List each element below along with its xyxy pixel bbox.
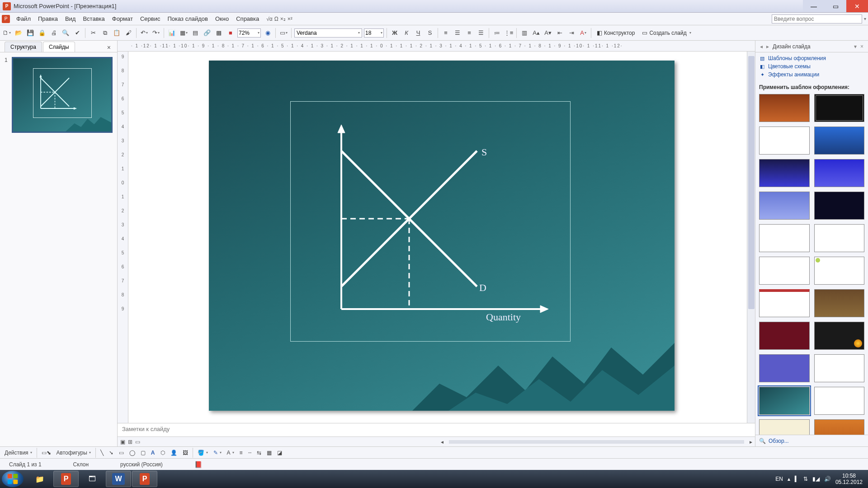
cut-button[interactable]: ✂ — [88, 28, 98, 38]
print-preview-button[interactable]: 🔍 — [61, 28, 71, 38]
tray-language[interactable]: EN — [775, 476, 783, 482]
template-item[interactable] — [759, 224, 810, 252]
tray-volume-icon[interactable]: 🔊 — [824, 476, 831, 482]
arrow-tool[interactable]: ➘ — [107, 449, 115, 457]
menu-format[interactable]: Формат — [108, 14, 137, 23]
insert-hyperlink-button[interactable]: 🔗 — [202, 28, 212, 38]
clipart-tool[interactable]: 👤 — [169, 449, 179, 457]
tray-clock[interactable]: 10:58 05.12.2012 — [835, 473, 863, 485]
permissions-button[interactable]: 🔒 — [37, 28, 47, 38]
menu-help[interactable]: Справка — [232, 14, 263, 23]
wordart-tool[interactable]: A — [149, 449, 157, 457]
help-search-input[interactable] — [772, 14, 862, 23]
normal-view-button[interactable]: ▣ — [120, 439, 125, 445]
insert-table-button[interactable]: ▦ — [179, 28, 189, 38]
diagram-tool[interactable]: ⬡ — [159, 449, 167, 457]
taskbar-powerpoint-2[interactable]: P — [132, 471, 157, 487]
template-item[interactable] — [814, 354, 865, 382]
select-arrow-button[interactable]: ▭⬊ — [40, 449, 53, 457]
template-item[interactable] — [814, 127, 865, 155]
template-item[interactable] — [814, 289, 865, 317]
bold-button[interactable]: Ж — [390, 28, 400, 38]
slide-orientation-button[interactable]: ▭ — [278, 28, 288, 38]
template-item[interactable] — [814, 257, 865, 285]
arrow-style-button[interactable]: ⇆ — [255, 449, 263, 457]
help-dropdown-icon[interactable]: ▾ — [864, 16, 866, 21]
slideshow-view-button[interactable]: ▭ — [135, 439, 140, 445]
tray-flag-icon[interactable]: ▍ — [795, 476, 799, 482]
save-button[interactable]: 💾 — [25, 28, 35, 38]
taskbar-powerpoint[interactable]: P — [53, 471, 79, 487]
start-button[interactable] — [2, 471, 24, 487]
print-button[interactable]: 🖨 — [49, 28, 59, 38]
tray-chevron-icon[interactable]: ▴ — [788, 476, 790, 482]
vertical-scrollbar[interactable] — [747, 52, 755, 423]
menu-window[interactable]: Окно — [212, 14, 232, 23]
new-slide-button[interactable]: ▭Создать слайд▾ — [639, 28, 693, 38]
menu-view[interactable]: Вид — [61, 14, 80, 23]
format-painter-button[interactable]: 🖌 — [123, 28, 133, 38]
sorter-view-button[interactable]: ⊞ — [128, 439, 132, 445]
fill-color-button[interactable]: 🪣 — [196, 449, 210, 457]
menu-slideshow[interactable]: Показ слайдов — [164, 14, 212, 23]
decrease-indent-button[interactable]: ⇤ — [555, 28, 565, 38]
columns-button[interactable]: ▥ — [519, 28, 529, 38]
template-item[interactable] — [814, 224, 865, 252]
underline-button[interactable]: Ч — [413, 28, 423, 38]
3d-style-button[interactable]: ◪ — [275, 449, 284, 457]
template-item[interactable] — [814, 419, 865, 435]
italic-button[interactable]: К — [401, 28, 411, 38]
taskbar-word[interactable]: W — [106, 471, 131, 487]
template-item[interactable] — [759, 159, 810, 187]
template-item[interactable] — [759, 354, 810, 382]
font-color-button[interactable]: A — [578, 28, 588, 38]
shadow-style-button[interactable]: ▦ — [265, 449, 274, 457]
color-button[interactable]: ■ — [226, 28, 236, 38]
insert-chart-button[interactable]: 📊 — [167, 28, 177, 38]
link-design-templates[interactable]: ▧Шаблоны оформления — [759, 55, 864, 61]
designer-button[interactable]: ◧Конструктор — [594, 28, 637, 38]
redo-button[interactable]: ↷ — [151, 28, 161, 38]
menu-file[interactable]: Файл — [13, 14, 34, 23]
template-item[interactable] — [759, 419, 810, 435]
new-button[interactable]: 🗋 — [2, 28, 12, 38]
line-weight-button[interactable]: ≡ — [238, 449, 245, 457]
help-button[interactable]: ◉ — [263, 28, 273, 38]
template-item-selected[interactable] — [759, 387, 810, 415]
zoom-combo[interactable]: 72%▾ — [237, 28, 261, 38]
align-right-button[interactable]: ≡ — [464, 28, 474, 38]
tray-wifi-icon[interactable]: ▮◢ — [812, 476, 820, 482]
font-color-button-draw[interactable]: A — [225, 449, 236, 457]
notes-area[interactable]: Заметки к слайду — [118, 423, 755, 436]
template-item[interactable] — [759, 322, 810, 350]
xsub-icon[interactable]: ×₂ — [280, 16, 286, 22]
link-animation-effects[interactable]: ✦Эффекты анимации — [759, 71, 864, 78]
actions-menu[interactable]: Действия — [3, 449, 34, 457]
template-item[interactable] — [814, 322, 865, 350]
minimize-button[interactable]: — — [803, 0, 825, 12]
pane-close-button[interactable]: × — [104, 43, 113, 52]
menu-tools[interactable]: Сервис — [137, 14, 164, 23]
menu-insert[interactable]: Вставка — [79, 14, 108, 23]
show-grid-button[interactable]: ▩ — [214, 28, 224, 38]
tab-slides[interactable]: Слайды — [43, 42, 75, 52]
copy-button[interactable]: ⧉ — [100, 28, 110, 38]
template-item[interactable] — [759, 127, 810, 155]
oval-tool[interactable]: ◯ — [127, 449, 137, 457]
dash-style-button[interactable]: ┄ — [246, 449, 253, 457]
autoshapes-menu[interactable]: Автофигуры — [55, 449, 93, 457]
template-gallery[interactable] — [755, 92, 868, 435]
taskpane-back-button[interactable]: ◂ — [758, 43, 764, 50]
increase-font-button[interactable]: A▴ — [531, 28, 541, 38]
taskbar-explorer[interactable]: 📁 — [27, 471, 52, 487]
align-left-button[interactable]: ≡ — [441, 28, 451, 38]
open-button[interactable]: 📂 — [14, 28, 24, 38]
scroll-left-button[interactable]: ◂ — [441, 439, 443, 445]
taskpane-dropdown[interactable]: ▾ — [852, 43, 859, 50]
increase-indent-button[interactable]: ⇥ — [566, 28, 576, 38]
scroll-right-button[interactable]: ▸ — [750, 439, 752, 445]
decrease-font-button[interactable]: A▾ — [543, 28, 553, 38]
rectangle-tool[interactable]: ▭ — [117, 449, 126, 457]
font-size-combo[interactable]: 18▾ — [364, 28, 384, 38]
font-combo[interactable]: Verdana▾ — [294, 28, 362, 38]
